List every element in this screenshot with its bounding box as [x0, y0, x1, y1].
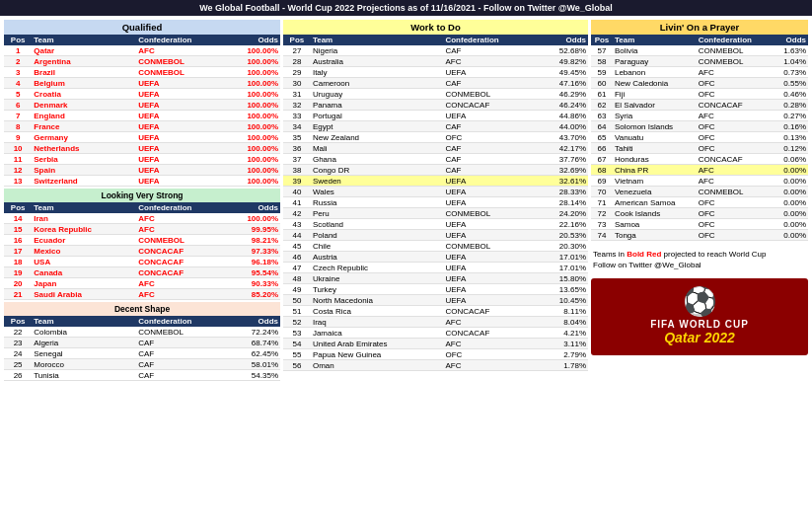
table-row: Mexico	[32, 246, 136, 257]
table-row: 44.00%	[532, 121, 588, 132]
table-row: 52	[283, 317, 311, 328]
table-row: UEFA	[443, 284, 532, 295]
th-team-w: Team	[311, 35, 444, 45]
th-team-d: Team	[32, 316, 136, 327]
qualified-header: Qualified	[4, 20, 280, 35]
table-row: Spain	[32, 165, 136, 176]
table-row: Czech Republic	[311, 263, 444, 273]
table-row: 55	[283, 349, 311, 360]
work-section: Work to Do Pos Team Confederation Odds 2…	[283, 20, 588, 381]
table-row: CAF	[443, 143, 532, 154]
table-row: AFC	[697, 165, 765, 176]
table-row: Cameroon	[311, 78, 444, 89]
table-row: 36	[283, 143, 311, 154]
table-row: 17	[4, 246, 32, 257]
table-row: Italy	[311, 67, 444, 78]
table-row: Australia	[311, 56, 444, 67]
table-row: 12	[4, 165, 32, 176]
table-row: UEFA	[136, 132, 223, 143]
table-row: Nigeria	[311, 45, 444, 56]
table-row: Egypt	[311, 121, 444, 132]
table-row: AFC	[136, 224, 223, 235]
table-row: 72.24%	[223, 327, 280, 338]
table-row: CONMEBOL	[697, 45, 765, 56]
table-row: 43	[283, 219, 311, 230]
th-conf-l: Confederation	[136, 202, 223, 213]
table-row: Oman	[311, 360, 444, 371]
table-row: AFC	[443, 317, 532, 328]
table-row: CAF	[443, 165, 532, 176]
table-row: 25	[4, 359, 32, 370]
table-row: 0.00%	[764, 208, 808, 219]
th-pos-li: Pos	[591, 35, 613, 45]
table-row: 74	[591, 230, 613, 241]
table-row: 46	[283, 252, 311, 263]
table-row: 22.16%	[532, 219, 588, 230]
table-row: OFC	[697, 143, 765, 154]
th-pos-w: Pos	[283, 35, 311, 45]
table-row: CONMEBOL	[443, 208, 532, 219]
table-row: Russia	[311, 197, 444, 208]
table-row: OFC	[697, 208, 765, 219]
table-row: Belgium	[32, 78, 136, 89]
table-row: 100.00%	[223, 213, 280, 224]
table-row: 0.55%	[764, 78, 808, 89]
table-row: 100.00%	[223, 45, 280, 56]
table-row: 63	[591, 111, 613, 121]
table-row: New Caledonia	[613, 78, 697, 89]
table-row: Canada	[32, 267, 136, 278]
table-row: 28	[283, 56, 311, 67]
world-cup-icon: ⚽	[683, 288, 717, 316]
table-row: Ukraine	[311, 273, 444, 284]
table-row: UEFA	[136, 154, 223, 165]
table-row: 15.80%	[532, 273, 588, 284]
table-row: 0.12%	[764, 143, 808, 154]
fifa-title: FIFA WORLD CUP	[650, 319, 749, 330]
fifa-logo: ⚽ FIFA WORLD CUP Qatar 2022	[591, 278, 808, 355]
table-row: Sweden	[311, 176, 444, 187]
table-row: Syria	[613, 111, 697, 121]
table-row: 1	[4, 45, 32, 56]
table-row: 53	[283, 328, 311, 339]
table-row: Austria	[311, 252, 444, 263]
table-row: 100.00%	[223, 56, 280, 67]
table-row: 57	[591, 45, 613, 56]
table-row: Germany	[32, 132, 136, 143]
table-row: CONMEBOL	[697, 187, 765, 197]
work-header: Work to Do	[283, 20, 588, 35]
table-row: 96.18%	[223, 257, 280, 267]
table-row: 17.01%	[532, 263, 588, 273]
table-row: Colombia	[32, 327, 136, 338]
table-row: 1.63%	[764, 45, 808, 56]
work-table: Pos Team Confederation Odds 27 Nigeria C…	[283, 35, 588, 371]
table-row: 39	[283, 176, 311, 187]
table-row: 100.00%	[223, 132, 280, 143]
table-row: 0.00%	[764, 197, 808, 208]
table-row: CONMEBOL	[136, 327, 223, 338]
table-row: Japan	[32, 278, 136, 289]
table-row: OFC	[697, 219, 765, 230]
table-row: AFC	[443, 360, 532, 371]
table-row: 32	[283, 100, 311, 111]
table-row: Wales	[311, 187, 444, 197]
table-row: 0.00%	[764, 165, 808, 176]
table-row: Samoa	[613, 219, 697, 230]
looking-table: Pos Team Confederation Odds 14 Iran AFC …	[4, 202, 280, 300]
table-row: AFC	[697, 176, 765, 187]
table-row: Panama	[311, 100, 444, 111]
table-row: 46.29%	[532, 89, 588, 100]
table-row: 44	[283, 230, 311, 241]
table-row: 3.11%	[532, 339, 588, 349]
table-row: 54	[283, 339, 311, 349]
th-odds-w: Odds	[532, 35, 588, 45]
table-row: UEFA	[136, 78, 223, 89]
table-row: 33	[283, 111, 311, 121]
table-row: 10.45%	[532, 295, 588, 306]
th-pos-d: Pos	[4, 316, 32, 327]
table-row: 0.00%	[764, 187, 808, 197]
table-row: 60	[591, 78, 613, 89]
table-row: CONCACAF	[443, 306, 532, 317]
table-row: 72	[591, 208, 613, 219]
table-row: Fiji	[613, 89, 697, 100]
table-row: 49	[283, 284, 311, 295]
